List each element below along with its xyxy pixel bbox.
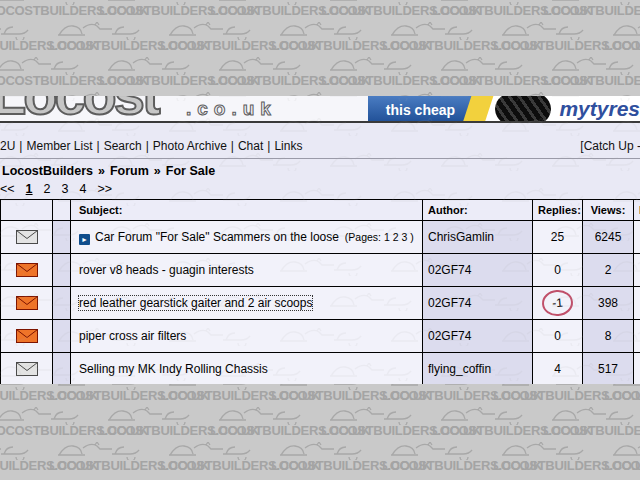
folder-cell (53, 353, 71, 385)
nav-separator: | (19, 139, 22, 153)
car-sketch-icon (168, 22, 258, 44)
views-cell: 8 (583, 320, 634, 353)
forum-table-body: ►Car Forum "For Sale" Scammers on the lo… (1, 221, 640, 385)
author-cell[interactable]: flying_coffin (423, 353, 533, 385)
mail-column-header (1, 200, 53, 221)
breadcrumb-separator: » (98, 164, 105, 178)
lastpost-cell (634, 287, 640, 320)
top-navigation: 2U|Member List|Search|Photo Archive|Chat… (0, 123, 640, 158)
envelope-new-icon (1, 287, 53, 320)
car-sketch-icon (0, 407, 86, 429)
breadcrumb-home[interactable]: LocostBuilders (2, 164, 93, 178)
thread-link[interactable]: rover v8 heads - guagin interests (79, 263, 254, 277)
folder-cell (53, 287, 71, 320)
car-sketch-icon (218, 407, 308, 429)
nav-link-search[interactable]: Search (104, 139, 142, 153)
table-row: ►Car Forum "For Sale" Scammers on the lo… (1, 221, 640, 254)
table-header-row: Subject: Author: Replies: Views: L (1, 200, 640, 221)
author-cell[interactable]: ChrisGamlin (423, 221, 533, 254)
car-sketch-icon (329, 0, 419, 9)
site-logo-suffix: .co.uk (186, 98, 277, 120)
replies-cell: 25 (533, 221, 583, 254)
car-sketch-icon (390, 442, 480, 464)
car-sketch-icon (440, 57, 530, 79)
nav-separator: | (97, 139, 100, 153)
thread-link[interactable]: piper cross air filters (79, 329, 186, 343)
views-cell: 6245 (583, 221, 634, 254)
page-number-2[interactable]: 2 (44, 182, 51, 196)
car-sketch-icon (0, 0, 86, 9)
annotation-circle: -1 (541, 289, 574, 317)
screenshot-stage: LOCOSTBUILDERS.CO.UKLOCOSTBUILDERS.CO.UK… (0, 0, 640, 480)
thread-link[interactable]: Car Forum "For Sale" Scammers on the loo… (95, 230, 339, 244)
author-column-header: Author: (423, 200, 533, 221)
nav-link-chat[interactable]: Chat (238, 139, 263, 153)
car-sketch-icon (57, 22, 147, 44)
lastpost-column-header: L (634, 200, 640, 221)
car-sketch-icon (218, 57, 308, 79)
car-sketch-icon (57, 442, 147, 464)
page-number-1[interactable]: 1 (26, 182, 33, 196)
browser-page-capture: Locost .co.uk this cheap mytyres 2U|Memb… (0, 96, 640, 384)
nav-link-2u[interactable]: 2U (0, 139, 15, 153)
nav-links: 2U|Member List|Search|Photo Archive|Chat… (0, 139, 302, 153)
thread-pages[interactable]: (Pages: 1 2 3 ) (342, 231, 414, 243)
breadcrumb-forum[interactable]: Forum (110, 164, 149, 178)
thread-link[interactable]: Selling my MK Indy Rolling Chassis (79, 362, 268, 376)
nav-link-member-list[interactable]: Member List (26, 139, 92, 153)
car-sketch-icon (107, 0, 197, 9)
catch-up-link[interactable]: [Catch Up - (580, 139, 640, 153)
car-sketch-icon (218, 0, 308, 9)
thread-link[interactable]: red leather gearstick gaiter and 2 air s… (79, 296, 312, 310)
page-number-4[interactable]: 4 (79, 182, 86, 196)
page-prev-button[interactable]: << (0, 182, 15, 196)
ad-banner-brand[interactable]: mytyres (559, 97, 640, 123)
page-next-button[interactable]: >> (97, 182, 112, 196)
nav-link-links[interactable]: Links (274, 139, 302, 153)
envelope-new-icon (1, 320, 53, 353)
replies-column-header: Replies: (533, 200, 583, 221)
table-row: Selling my MK Indy Rolling Chassisflying… (1, 353, 640, 385)
folder-column-header (53, 200, 71, 221)
car-sketch-icon (612, 442, 640, 464)
sticky-arrow-icon: ► (79, 234, 90, 245)
car-sketch-icon (107, 57, 197, 79)
car-sketch-icon (0, 22, 36, 44)
car-sketch-icon (329, 407, 419, 429)
breadcrumb: LocostBuilders»Forum»For Sale (0, 158, 640, 181)
car-sketch-icon (440, 407, 530, 429)
ad-banner[interactable]: this cheap mytyres (368, 96, 640, 123)
car-sketch-icon (551, 57, 640, 79)
car-sketch-icon (501, 442, 591, 464)
nav-link-photo-archive[interactable]: Photo Archive (153, 139, 227, 153)
lastpost-cell (634, 254, 640, 287)
subject-cell: ►Car Forum "For Sale" Scammers on the lo… (71, 221, 423, 254)
subject-cell: rover v8 heads - guagin interests (71, 254, 423, 287)
car-sketch-icon (0, 442, 36, 464)
envelope-icon (1, 353, 53, 385)
page-number-3[interactable]: 3 (62, 182, 69, 196)
ad-banner-slogan[interactable]: this cheap (368, 96, 473, 123)
author-cell[interactable]: 02GF74 (423, 254, 533, 287)
subject-column-header: Subject: (71, 200, 423, 221)
watermark-text-row: LOCOSTBUILDERS.CO.UKLOCOSTBUILDERS.CO.UK… (0, 3, 640, 19)
subject-cell: red leather gearstick gaiter and 2 air s… (71, 287, 423, 320)
folder-cell (53, 221, 71, 254)
author-cell[interactable]: 02GF74 (423, 287, 533, 320)
car-sketch-icon (329, 57, 419, 79)
watermark-sketch-row (0, 22, 640, 38)
car-sketch-icon (279, 22, 369, 44)
views-column-header: Views: (583, 200, 634, 221)
car-sketch-icon (168, 442, 258, 464)
watermark-sketch-row (0, 407, 640, 423)
breadcrumb-separator: » (154, 164, 161, 178)
car-sketch-icon (390, 22, 480, 44)
replies-cell: 4 (533, 353, 583, 385)
author-cell[interactable]: 02GF74 (423, 320, 533, 353)
table-row: red leather gearstick gaiter and 2 air s… (1, 287, 640, 320)
car-sketch-icon (107, 407, 197, 429)
watermark-sketch-row (0, 57, 640, 73)
folder-cell (53, 320, 71, 353)
folder-cell (53, 254, 71, 287)
replies-cell: 0 (533, 254, 583, 287)
